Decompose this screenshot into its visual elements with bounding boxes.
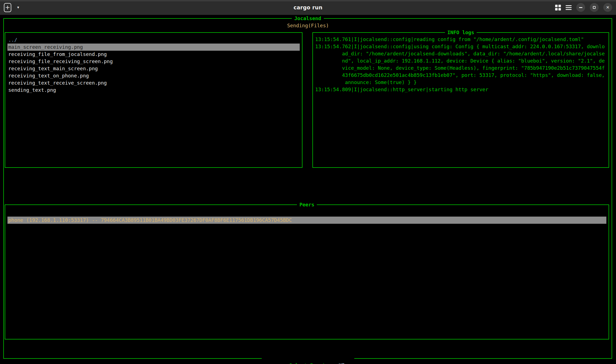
help-bar: Select Previous<UP> Select Next<DOWN> Se… [0,355,616,364]
tab-overview-button[interactable] [555,5,561,10]
file-item[interactable]: receiving_file_from_jocalsend.png [7,51,300,58]
log-line: announce: Some(true) } } [315,79,607,86]
help-label: Select Previous [289,362,334,364]
log-line: 13:15:54.809|I|jocalsend::http_server|st… [315,86,607,93]
log-line: 13:15:54.761|I|jocalsend::config|reading… [315,36,607,43]
file-list-panel: ../ main_screen_receiving.png receiving_… [5,32,302,168]
peer-item-selected[interactable]: phone (192.168.1.110:53317) -- 794664CA3… [7,217,606,224]
log-line: ad_dir: "/home/ardent/jocalsend-download… [315,50,607,57]
maximize-icon [593,6,596,9]
terminal-window: + ▼ cargo run ✕ [0,0,616,364]
titlebar: + ▼ cargo run ✕ [0,0,616,15]
file-item[interactable]: receiving_text_on_phone.png [7,72,300,79]
log-list: 13:15:54.761|I|jocalsend::config|reading… [315,36,607,93]
close-icon: ✕ [606,6,610,10]
log-line: vice_model: None, device_type: Some(Head… [315,64,607,72]
app-mode-label: Sending(Files) [0,22,616,29]
file-item[interactable]: receiving_file_receiving_screen.png [7,58,300,65]
minimize-button[interactable] [576,3,585,12]
terminal-screen[interactable]: Jocalsend Sending(Files) ../ main_screen… [0,15,616,364]
peers-panel: Peers phone (192.168.1.110:53317) -- 794… [5,204,609,339]
help-key: <UP> [336,362,348,364]
file-item-selected[interactable]: main_screen_receiving.png [7,44,300,51]
parent-dir-item[interactable]: ../ [7,36,300,44]
peers-title: Peers [297,201,317,208]
info-logs-title: INFO logs [445,29,477,36]
titlebar-divider [14,4,14,11]
grid-icon [555,5,561,10]
plus-icon: + [5,4,10,10]
minimize-icon [579,7,582,8]
help-item: Select Previous<UP> [289,362,348,364]
menu-button[interactable] [566,5,572,10]
window-title: cargo run [0,4,616,10]
info-logs-panel: INFO logs 13:15:54.761|I|jocalsend::conf… [312,32,609,168]
titlebar-left-controls: + ▼ [4,3,20,12]
log-line: 13:15:54.762|I|jocalsend::config|using c… [315,43,607,50]
log-line: 43f6675db0cd1622e501ac4b859c13fb1eb07", … [315,72,607,79]
close-button[interactable]: ✕ [603,3,612,12]
peer-list: phone (192.168.1.110:53317) -- 794664CA3… [7,217,606,224]
file-item[interactable]: receiving_text_main_screen.png [7,65,300,72]
hamburger-icon [566,5,572,10]
file-list: ../ main_screen_receiving.png receiving_… [7,36,300,94]
maximize-button[interactable] [590,3,599,12]
file-item[interactable]: receiving_text_receive_screen.png [7,79,300,87]
log-line: nd", local_ip_addr: 192.168.1.112, devic… [315,57,607,64]
titlebar-right-controls: ✕ [555,3,612,12]
file-item[interactable]: sending_text.png [7,87,300,94]
help-bar-content: Select Previous<UP> Select Next<DOWN> Se… [262,355,355,364]
new-tab-button[interactable]: + [4,3,11,12]
new-tab-dropdown-button[interactable]: ▼ [17,6,20,9]
chevron-down-icon: ▼ [17,6,20,9]
app-title: Jocalsend [292,15,324,22]
